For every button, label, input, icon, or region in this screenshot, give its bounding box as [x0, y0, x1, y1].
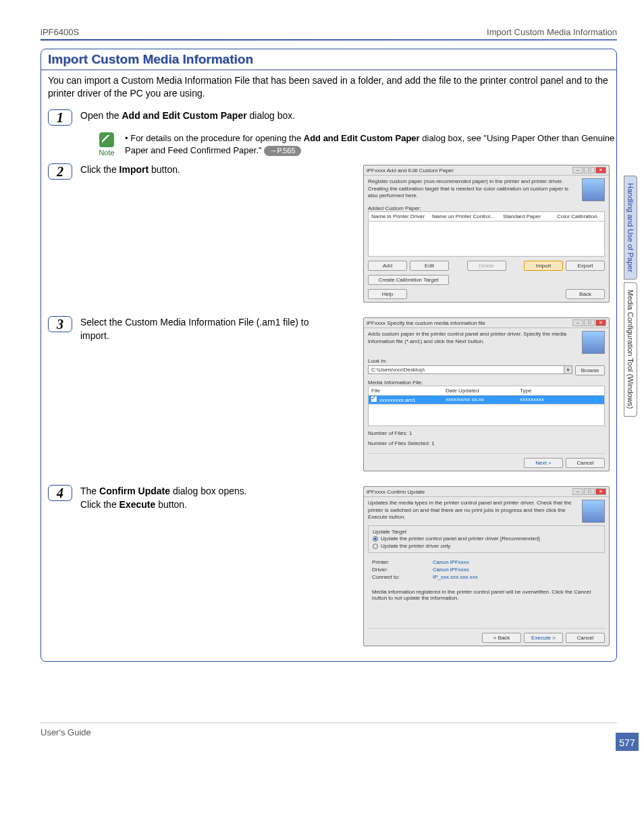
lookin-input[interactable]: C:\Users\xxx\Desktop\ ▼	[368, 365, 572, 374]
side-tab-media-config-tool[interactable]: Media Configuration Tool (Windows)	[624, 282, 637, 417]
step-3: 3 Select the Custom Media Information Fi…	[41, 313, 616, 482]
dialog2-table-header: File Date Updated Type	[368, 386, 605, 396]
minimize-icon[interactable]: –	[572, 167, 583, 174]
delete-button[interactable]: Delete	[467, 261, 506, 271]
step-2-text: Click the Import button.	[80, 163, 338, 180]
back-button[interactable]: < Back	[482, 633, 521, 643]
header-topic: Import Custom Media Information	[487, 27, 617, 37]
update-target-group: Update Target Update the printer control…	[368, 525, 605, 553]
chevron-down-icon[interactable]: ▼	[564, 366, 572, 373]
main-content-box: Import Custom Media Information You can …	[41, 49, 617, 662]
printer-icon	[582, 500, 605, 523]
side-tab-handling-paper[interactable]: Handling and Use of Paper	[624, 176, 637, 280]
num-selected: Number of Files Selected: 1	[368, 440, 605, 446]
dialog2-title: iPFxxxx Specify the custom media informa…	[367, 320, 485, 326]
maximize-icon[interactable]: □	[584, 319, 595, 326]
cancel-button[interactable]: Cancel	[566, 633, 605, 643]
import-button[interactable]: Import	[524, 261, 563, 271]
radio-option-driver-only[interactable]: Update the printer driver only	[373, 542, 600, 550]
lookin-label: Look in:	[368, 358, 605, 364]
page-number: 577	[616, 733, 639, 751]
maximize-icon[interactable]: □	[584, 488, 595, 495]
browse-button[interactable]: Browse	[575, 365, 605, 375]
export-button[interactable]: Export	[566, 261, 605, 271]
dialog-add-edit-custom-paper: iPFxxxx Add and Edit Custom Paper – □ ✕ …	[363, 165, 610, 303]
pencil-icon	[99, 132, 114, 147]
dialog3-warning: Media information registered in the prin…	[372, 589, 601, 601]
step-2-number: 2	[48, 163, 72, 180]
next-button[interactable]: Next >	[524, 458, 563, 468]
step-2: 2 Click the Import button. iPFxxxx Add a…	[41, 161, 616, 313]
edit-button[interactable]: Edit	[410, 261, 449, 271]
dialog1-desc: Register custom paper (non-recommended p…	[368, 178, 578, 201]
dialog-specify-media-file: iPFxxxx Specify the custom media informa…	[363, 317, 610, 471]
checkbox-checked-icon[interactable]	[371, 396, 377, 402]
connect-label: Connect to:	[372, 574, 433, 580]
page-title: Import Custom Media Information	[41, 49, 616, 70]
dialog1-section: Added Custom Paper:	[368, 205, 605, 211]
side-tabs: Handling and Use of Paper Media Configur…	[624, 176, 639, 419]
intro-text: You can import a Custom Media Informatio…	[41, 70, 616, 107]
printer-value: Canon iPFxxxx	[433, 559, 469, 565]
radio-unchecked-icon[interactable]	[373, 544, 378, 549]
header-rule	[41, 39, 617, 41]
note-text: • For details on the procedure for openi…	[125, 132, 616, 157]
printer-icon	[582, 178, 605, 201]
dialog1-title: iPFxxxx Add and Edit Custom Paper	[367, 167, 454, 174]
dialog3-title: iPFxxxx Confirm Update	[367, 489, 425, 495]
page-ref-link[interactable]: →P.565	[264, 146, 300, 156]
mif-label: Media Information File:	[368, 380, 605, 386]
cancel-button[interactable]: Cancel	[566, 458, 605, 468]
close-icon[interactable]: ✕	[595, 167, 606, 174]
file-row-selected[interactable]: xxxxxxxxx.am1 xxxx/xx/xx xx:xx xxxxxxxxx	[368, 396, 605, 405]
step-1-text: Open the Add and Edit Custom Paper dialo…	[80, 109, 610, 123]
footer-guide: User's Guide	[41, 727, 91, 737]
radio-option-recommended[interactable]: Update the printer control panel and pri…	[373, 535, 600, 542]
printer-icon	[582, 331, 605, 354]
dialog2-desc: Adds custom paper in the printer control…	[368, 331, 578, 354]
update-target-label: Update Target	[373, 529, 600, 535]
printer-label: Printer:	[372, 559, 433, 565]
back-button[interactable]: Back	[566, 289, 605, 299]
connect-value: IP_xxx.xxx.xxx.xxx	[433, 574, 478, 580]
close-icon[interactable]: ✕	[595, 319, 606, 326]
driver-label: Driver:	[372, 567, 433, 573]
minimize-icon[interactable]: –	[572, 488, 583, 495]
step-3-number: 3	[48, 316, 72, 332]
note-icon: Note	[95, 132, 118, 157]
close-icon[interactable]: ✕	[595, 488, 606, 495]
step-1: 1 Open the Add and Edit Custom Paper dia…	[41, 107, 616, 128]
dialog-confirm-update: iPFxxxx Confirm Update – □ ✕ Updates the…	[363, 486, 610, 646]
note-block: Note • For details on the procedure for …	[95, 132, 616, 157]
help-button[interactable]: Help	[368, 289, 407, 299]
radio-checked-icon[interactable]	[373, 536, 378, 542]
step-4-text: The Confirm Update dialog box opens. Cli…	[80, 485, 338, 511]
file-list-blank	[368, 405, 605, 426]
header-model: iPF6400S	[41, 27, 79, 37]
dialog1-table-header: Name in Printer Driver Name on Printer C…	[368, 211, 605, 221]
dialog1-table-body	[368, 221, 605, 257]
execute-button[interactable]: Execute >	[524, 633, 563, 643]
step-1-number: 1	[48, 109, 72, 126]
footer: User's Guide	[41, 723, 617, 737]
driver-value: Canon iPFxxxx	[433, 567, 469, 573]
step-3-text: Select the Custom Media Information File…	[80, 316, 338, 342]
create-calibration-button[interactable]: Create Calibration Target	[368, 275, 449, 285]
num-files: Number of Files: 1	[368, 430, 605, 436]
maximize-icon[interactable]: □	[584, 167, 595, 174]
step-4-number: 4	[48, 485, 72, 501]
add-button[interactable]: Add	[368, 261, 407, 271]
minimize-icon[interactable]: –	[572, 319, 583, 326]
dialog3-desc: Updates the media types in the printer c…	[368, 500, 578, 523]
step-4: 4 The Confirm Update dialog box opens. C…	[41, 482, 616, 657]
